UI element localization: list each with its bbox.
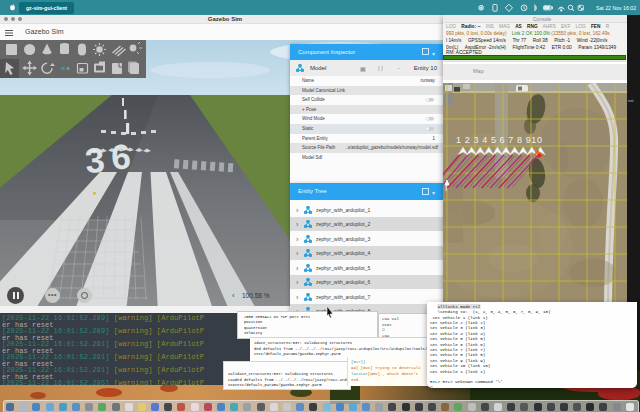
svg-text:3: 3 [84, 140, 107, 181]
svg-text:1 2 3 4 5 6 7 8 910: 1 2 3 4 5 6 7 8 910 [456, 135, 542, 145]
svg-text:6: 6 [109, 136, 132, 177]
